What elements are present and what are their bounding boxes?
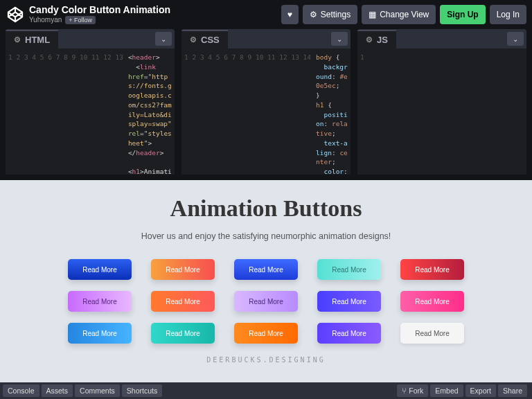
bottom-bar: Console Assets Comments Shortcuts ⑂Fork … bbox=[0, 382, 532, 399]
demo-button-7[interactable]: Read More bbox=[151, 291, 215, 312]
preview-pane: Animation Buttons Hover us and enjoy the… bbox=[0, 180, 532, 382]
preview-heading: Animation Buttons bbox=[0, 180, 532, 222]
console-button[interactable]: Console bbox=[3, 384, 39, 397]
codepen-logo[interactable] bbox=[6, 5, 25, 24]
pen-title: Candy Color Button Animation bbox=[29, 5, 277, 15]
like-button[interactable]: ♥ bbox=[281, 5, 299, 24]
js-code[interactable]: 1 bbox=[357, 48, 526, 175]
chevron-down-icon[interactable]: ⌄ bbox=[507, 32, 524, 46]
assets-button[interactable]: Assets bbox=[42, 384, 73, 397]
demo-button-13[interactable]: Read More bbox=[234, 323, 298, 344]
credit-text: DEERBUCKS.DESIGNING bbox=[0, 356, 532, 364]
heart-icon: ♥ bbox=[287, 10, 292, 19]
signup-button[interactable]: Sign Up bbox=[440, 5, 485, 24]
share-button[interactable]: Share bbox=[498, 384, 527, 397]
demo-button-6[interactable]: Read More bbox=[68, 291, 132, 312]
demo-button-3[interactable]: Read More bbox=[234, 259, 298, 280]
demo-button-14[interactable]: Read More bbox=[317, 323, 381, 344]
js-panel: ⚙JS ⌄ 1 bbox=[357, 29, 526, 175]
change-view-button[interactable]: ▦Change View bbox=[362, 5, 436, 24]
css-panel: ⚙CSS ⌄ 1 2 3 4 5 6 7 8 9 10 11 12 13 14 … bbox=[181, 29, 351, 175]
demo-button-12[interactable]: Read More bbox=[151, 323, 215, 344]
author-name[interactable]: Yuhomyan bbox=[29, 16, 62, 24]
chevron-down-icon[interactable]: ⌄ bbox=[155, 32, 172, 46]
demo-button-1[interactable]: Read More bbox=[68, 259, 132, 280]
demo-button-4[interactable]: Read More bbox=[317, 259, 381, 280]
comments-button[interactable]: Comments bbox=[75, 384, 120, 397]
html-panel: ⚙HTML ⌄ 1 2 3 4 5 6 7 8 9 10 11 12 13 <h… bbox=[6, 29, 175, 175]
demo-button-9[interactable]: Read More bbox=[317, 291, 381, 312]
demo-button-11[interactable]: Read More bbox=[68, 323, 132, 344]
css-code[interactable]: 1 2 3 4 5 6 7 8 9 10 11 12 13 14 body { … bbox=[181, 48, 351, 175]
demo-button-8[interactable]: Read More bbox=[234, 291, 298, 312]
top-bar: Candy Color Button Animation Yuhomyan + … bbox=[0, 0, 532, 29]
fork-icon: ⑂ bbox=[402, 387, 407, 395]
gear-icon: ⚙ bbox=[14, 35, 21, 44]
html-code[interactable]: 1 2 3 4 5 6 7 8 9 10 11 12 13 <header> <… bbox=[6, 48, 175, 175]
demo-button-2[interactable]: Read More bbox=[151, 259, 215, 280]
gear-icon: ⚙ bbox=[310, 10, 317, 19]
html-tab[interactable]: ⚙HTML bbox=[6, 30, 58, 48]
gear-icon: ⚙ bbox=[190, 35, 197, 44]
demo-button-5[interactable]: Read More bbox=[400, 259, 464, 280]
fork-button[interactable]: ⑂Fork bbox=[397, 384, 428, 397]
login-button[interactable]: Log In bbox=[490, 5, 526, 24]
embed-button[interactable]: Embed bbox=[430, 384, 463, 397]
panel-header: ⚙CSS ⌄ bbox=[181, 29, 351, 48]
follow-button[interactable]: + Follow bbox=[65, 16, 96, 24]
js-tab[interactable]: ⚙JS bbox=[357, 30, 396, 48]
layout-icon: ▦ bbox=[369, 10, 376, 19]
css-tab[interactable]: ⚙CSS bbox=[181, 30, 228, 48]
demo-button-15[interactable]: Read More bbox=[400, 323, 464, 344]
preview-subtitle: Hover us and enjoy the satisfying neumor… bbox=[0, 231, 532, 241]
settings-button[interactable]: ⚙Settings bbox=[303, 5, 357, 24]
export-button[interactable]: Export bbox=[466, 384, 496, 397]
panel-header: ⚙HTML ⌄ bbox=[6, 29, 175, 48]
demo-button-10[interactable]: Read More bbox=[400, 291, 464, 312]
gear-icon: ⚙ bbox=[366, 35, 373, 44]
title-area: Candy Color Button Animation Yuhomyan + … bbox=[29, 5, 277, 24]
editor-panels: ⚙HTML ⌄ 1 2 3 4 5 6 7 8 9 10 11 12 13 <h… bbox=[0, 29, 532, 180]
button-frame: Read More Read More Read More Read More … bbox=[0, 241, 532, 344]
shortcuts-button[interactable]: Shortcuts bbox=[122, 384, 162, 397]
panel-header: ⚙JS ⌄ bbox=[357, 29, 526, 48]
chevron-down-icon[interactable]: ⌄ bbox=[331, 32, 348, 46]
